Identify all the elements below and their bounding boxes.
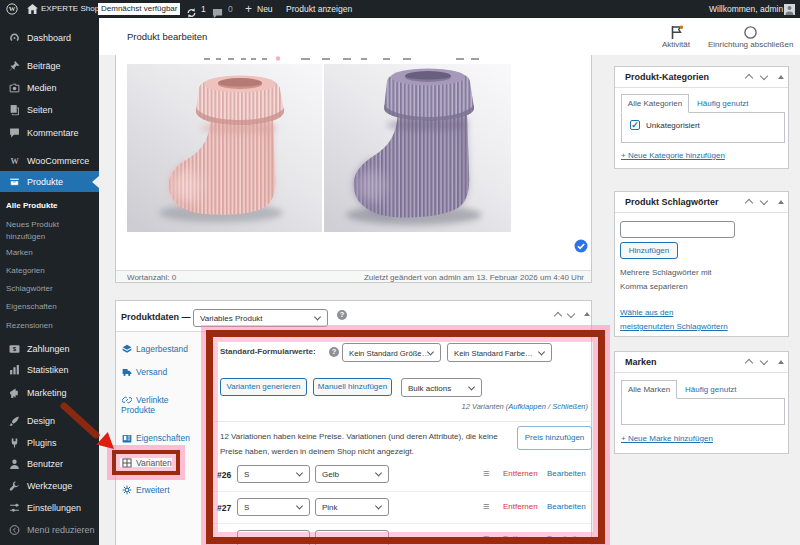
svg-text:W: W xyxy=(9,5,16,12)
svg-text:W: W xyxy=(10,157,19,166)
